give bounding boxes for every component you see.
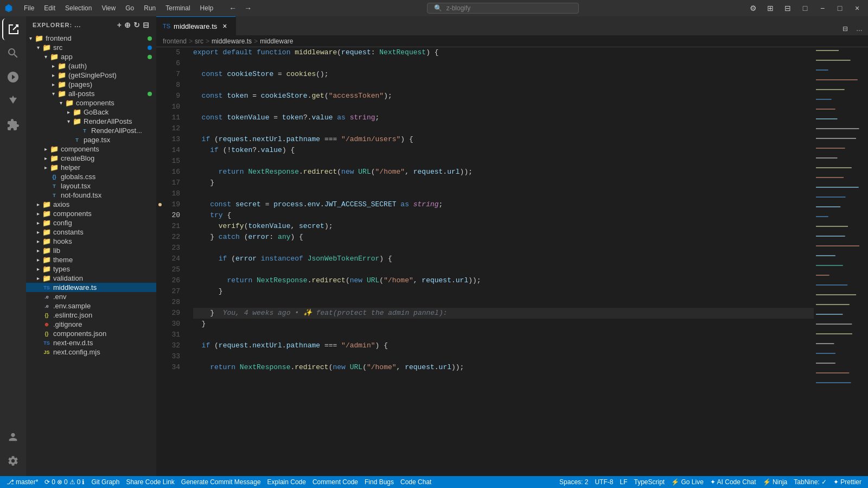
share-code-btn[interactable]: Share Code Link bbox=[124, 478, 176, 486]
folder-icon: 📁 bbox=[35, 34, 43, 42]
prettier-btn[interactable]: ✦ Prettier bbox=[831, 478, 864, 486]
tree-item-components[interactable]: ▸📁components bbox=[26, 209, 156, 218]
tree-item-hooks[interactable]: ▸📁hooks bbox=[26, 237, 156, 246]
nav-forward[interactable]: → bbox=[241, 2, 254, 15]
tree-item-RenderAllPosts[interactable]: ▾📁RenderAllPosts bbox=[26, 117, 156, 126]
tree-item-axios[interactable]: ▸📁axios bbox=[26, 200, 156, 209]
breadcrumb-src[interactable]: src bbox=[195, 37, 203, 45]
tree-item-theme[interactable]: ▸📁theme bbox=[26, 255, 156, 264]
breadcrumb-file[interactable]: middleware.ts bbox=[212, 37, 252, 45]
tree-item-all-posts[interactable]: ▾📁all-posts bbox=[26, 89, 156, 98]
tree-item-createBlog[interactable]: ▸📁createBlog bbox=[26, 154, 156, 163]
spaces-status[interactable]: Spaces: 2 bbox=[557, 478, 590, 486]
code-line-7: const cookieStore = cookies(); bbox=[193, 69, 814, 80]
activity-extensions[interactable] bbox=[2, 114, 24, 136]
tree-item-helper[interactable]: ▸📁helper bbox=[26, 163, 156, 172]
activity-settings[interactable] bbox=[2, 450, 24, 472]
tree-item-GoBack[interactable]: ▸📁GoBack bbox=[26, 107, 156, 117]
settings-icon[interactable]: ⚙ bbox=[746, 2, 760, 15]
menu-go[interactable]: Go bbox=[121, 3, 138, 13]
folder-icon: 📁 bbox=[73, 108, 81, 116]
split-editor-icon[interactable]: ⊟ bbox=[839, 22, 852, 35]
tree-label: GoBack bbox=[84, 108, 108, 116]
menu-edit[interactable]: Edit bbox=[40, 3, 60, 13]
find-bugs-btn[interactable]: Find Bugs bbox=[362, 478, 396, 486]
tree-item-app[interactable]: ▾📁app bbox=[26, 52, 156, 61]
gutter-marker bbox=[158, 203, 162, 206]
tree-item-constants[interactable]: ▸📁constants bbox=[26, 227, 156, 237]
tree-item--gitignore[interactable]: ⊕.gitignore bbox=[26, 320, 156, 329]
more-actions-icon[interactable]: … bbox=[853, 22, 866, 35]
breadcrumb-frontend[interactable]: frontend bbox=[163, 37, 187, 45]
ninja-btn[interactable]: ⚡ Ninja bbox=[761, 478, 790, 486]
code-content[interactable]: export default function middleware(reque… bbox=[189, 47, 814, 476]
new-file-icon[interactable]: + bbox=[117, 21, 122, 29]
tree-label: constants bbox=[53, 228, 84, 236]
tabnine-btn[interactable]: TabNine: ✓ bbox=[792, 478, 829, 486]
nav-back[interactable]: ← bbox=[226, 2, 239, 15]
tree-item-not-found-tsx[interactable]: Tnot-found.tsx bbox=[26, 191, 156, 200]
language-status[interactable]: TypeScript bbox=[631, 478, 667, 486]
tree-item-lib[interactable]: ▸📁lib bbox=[26, 246, 156, 255]
tree-item-components-json[interactable]: {}components.json bbox=[26, 329, 156, 338]
tree-item-types[interactable]: ▸📁types bbox=[26, 264, 156, 274]
activity-accounts[interactable] bbox=[2, 426, 24, 448]
activity-explorer[interactable] bbox=[2, 18, 24, 40]
tree-item--pages-[interactable]: ▸📁(pages) bbox=[26, 80, 156, 89]
tree-item--eslintrc-json[interactable]: {}.eslintrc.json bbox=[26, 310, 156, 320]
folder-arrow: ▸ bbox=[34, 229, 42, 235]
tree-item-RenderAllPost---[interactable]: TRenderAllPost... bbox=[26, 126, 156, 135]
sync-status[interactable]: ⟳ 0 ⊗ 0 ⚠ 0 ℹ bbox=[42, 478, 87, 486]
breadcrumb-symbol[interactable]: middleware bbox=[260, 37, 293, 45]
panel-icon[interactable]: □ bbox=[799, 2, 812, 15]
breadcrumb: frontend > src > middleware.ts > middlew… bbox=[156, 35, 868, 47]
tab-close-btn[interactable]: × bbox=[220, 22, 229, 30]
menu-selection[interactable]: Selection bbox=[61, 3, 96, 13]
tree-item-components[interactable]: ▾📁components bbox=[26, 98, 156, 107]
tree-item-middleware-ts[interactable]: TSmiddleware.ts bbox=[26, 283, 156, 292]
close-btn[interactable]: × bbox=[851, 2, 864, 15]
tree-item-components[interactable]: ▸📁components bbox=[26, 144, 156, 154]
layout-icon[interactable]: ⊞ bbox=[764, 2, 777, 15]
explain-code-btn[interactable]: Explain Code bbox=[265, 478, 308, 486]
menu-run[interactable]: Run bbox=[139, 3, 160, 13]
git-graph-btn[interactable]: Git Graph bbox=[89, 478, 122, 486]
tree-item--auth-[interactable]: ▸📁(auth) bbox=[26, 61, 156, 71]
tree-item--getSinglePost-[interactable]: ▸📁(getSinglePost) bbox=[26, 71, 156, 80]
code-chat-btn[interactable]: Code Chat bbox=[398, 478, 433, 486]
menu-view[interactable]: View bbox=[97, 3, 120, 13]
encoding-label: UTF-8 bbox=[595, 478, 613, 486]
tree-item-page-tsx[interactable]: Tpage.tsx bbox=[26, 135, 156, 144]
activity-search[interactable] bbox=[2, 42, 24, 64]
ai-code-chat-btn[interactable]: ✦ AI Code Chat bbox=[708, 478, 758, 486]
activity-debug[interactable] bbox=[2, 90, 24, 112]
tree-item--env-sample[interactable]: .e.env.sample bbox=[26, 301, 156, 310]
maximize-btn[interactable]: □ bbox=[833, 2, 846, 15]
collapse-icon[interactable]: ⊟ bbox=[143, 21, 150, 29]
split-icon[interactable]: ⊟ bbox=[781, 2, 794, 15]
tree-item-validation[interactable]: ▸📁validation bbox=[26, 274, 156, 283]
tree-item--env[interactable]: .e.env bbox=[26, 292, 156, 301]
menu-file[interactable]: File bbox=[20, 3, 39, 13]
tree-item-next-config-mjs[interactable]: JSnext.config.mjs bbox=[26, 347, 156, 357]
git-branch[interactable]: ⎇ master* bbox=[4, 478, 40, 486]
encoding-status[interactable]: UTF-8 bbox=[592, 478, 615, 486]
activity-git[interactable] bbox=[2, 66, 24, 88]
minimize-btn[interactable]: − bbox=[816, 2, 829, 15]
tree-item-config[interactable]: ▸📁config bbox=[26, 218, 156, 227]
menu-terminal[interactable]: Terminal bbox=[161, 3, 194, 13]
go-live-btn[interactable]: ⚡ Go Live bbox=[669, 478, 706, 486]
search-box[interactable]: 🔍 z-blogify bbox=[427, 3, 579, 14]
comment-code-btn[interactable]: Comment Code bbox=[310, 478, 360, 486]
tree-item-layout-tsx[interactable]: Tlayout.tsx bbox=[26, 181, 156, 191]
tree-item-src[interactable]: ▾📁src bbox=[26, 43, 156, 52]
generate-commit-btn[interactable]: Generate Commit Message bbox=[179, 478, 263, 486]
line-ending-status[interactable]: LF bbox=[617, 478, 629, 486]
refresh-icon[interactable]: ↻ bbox=[133, 21, 141, 29]
menu-help[interactable]: Help bbox=[196, 3, 218, 13]
tree-item-globals-css[interactable]: {}globals.css bbox=[26, 172, 156, 181]
tree-item-next-env-d-ts[interactable]: TSnext-env.d.ts bbox=[26, 338, 156, 347]
new-folder-icon[interactable]: ⊕ bbox=[124, 21, 131, 29]
tab-middleware-ts[interactable]: TS middleware.ts × bbox=[156, 16, 236, 35]
tree-item-frontend[interactable]: ▾📁frontend bbox=[26, 34, 156, 43]
